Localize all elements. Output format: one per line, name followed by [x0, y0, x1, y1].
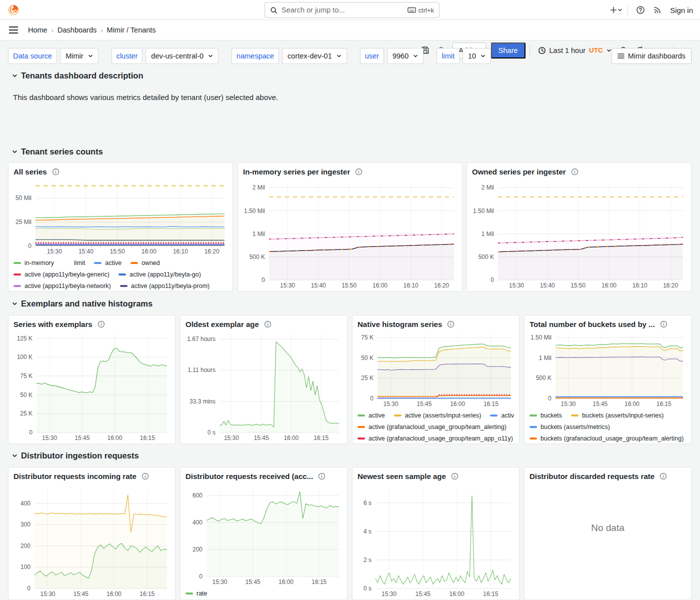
panel-title: Series with exemplars: [14, 320, 92, 328]
timeseries-chart[interactable]: 15:3015:4015:5016:0016:1016:200500 K1 Mi…: [470, 177, 688, 290]
legend-item[interactable]: active (asserts/metrics): [490, 412, 514, 419]
grafana-logo[interactable]: [7, 4, 20, 16]
timeseries-chart[interactable]: 15:3015:4516:0016:15025 K50 K75 K100 K12…: [12, 330, 172, 442]
share-button[interactable]: Share: [491, 42, 526, 58]
legend-item[interactable]: in-memory: [14, 260, 54, 266]
svg-text:0: 0: [370, 395, 374, 402]
panel-header[interactable]: Series with exemplars: [8, 316, 175, 330]
legend-swatch: [94, 262, 102, 264]
svg-text:1 Mil: 1 Mil: [252, 230, 265, 238]
info-icon[interactable]: [52, 168, 60, 176]
svg-text:15:45: 15:45: [246, 578, 260, 586]
panel-header[interactable]: Owned series per ingester: [467, 163, 691, 177]
timeseries-chart[interactable]: 15:3015:4516:0016:150200400600: [184, 482, 344, 586]
timeseries-chart[interactable]: 15:3015:4516:0016:150 s2 s4 s6 s: [356, 482, 516, 598]
cluster-label: cluster: [112, 48, 143, 64]
info-icon[interactable]: [355, 168, 362, 176]
timeseries-chart[interactable]: 15:3015:4516:0016:150 s33.3 mins1.11 hou…: [184, 330, 344, 442]
legend-item[interactable]: buckets (grafanacloud_usage_group/team_a…: [530, 435, 684, 442]
panel-all-series: All series 15:3015:4015:5016:0016:1016:2…: [8, 162, 233, 292]
timeseries-chart[interactable]: 15:3015:4516:0016:15025 K50 K75 K: [356, 330, 516, 408]
list-icon: [618, 53, 624, 59]
legend-item[interactable]: active (appo11y/beyla-go): [118, 271, 201, 278]
legend-item[interactable]: active (appo11y/beyla-network): [14, 282, 111, 290]
panel-header[interactable]: Oldest exemplar age: [180, 316, 347, 330]
timeseries-chart[interactable]: 15:3015:4516:0016:150500 K1 Mil1.50 Mil: [528, 330, 688, 408]
info-icon[interactable]: [571, 168, 578, 176]
section-distributor[interactable]: Distributor ingestion requests: [12, 451, 139, 460]
info-icon[interactable]: [142, 472, 149, 480]
legend-swatch: [14, 285, 21, 287]
legend-label: buckets (grafanacloud_usage_group/team_a…: [540, 435, 684, 442]
legend-item[interactable]: limit: [63, 260, 85, 266]
cluster-select[interactable]: dev-us-central-0: [146, 48, 218, 64]
legend-label: rate: [196, 590, 208, 597]
panel-header[interactable]: Distributor requests incoming rate: [8, 468, 175, 482]
timeseries-chart[interactable]: 15:3015:4015:5016:0016:1016:200500 K1 Mi…: [241, 177, 459, 290]
panel-distributor-incoming-rate: Distributor requests incoming rate 15:30…: [8, 467, 176, 600]
mimir-dashboards-button[interactable]: Mimir dashboards: [612, 48, 692, 64]
legend-item[interactable]: owned: [130, 260, 160, 266]
panel-header[interactable]: All series: [8, 163, 232, 177]
legend-item[interactable]: buckets (asserts/input-series): [571, 412, 664, 419]
user-select[interactable]: 9960: [387, 48, 424, 64]
panel-header[interactable]: Newest seen sample age: [352, 468, 519, 482]
svg-text:0: 0: [199, 573, 202, 580]
svg-text:50 K: 50 K: [361, 354, 374, 362]
mega-menu-button[interactable]: [6, 22, 21, 38]
legend-item[interactable]: active (appo11y/beyla-prom): [120, 282, 210, 290]
legend-item[interactable]: active (appo11y/beyla-generic): [14, 271, 110, 278]
svg-text:1.11 hours: 1.11 hours: [188, 366, 216, 374]
svg-text:16:00: 16:00: [284, 434, 298, 442]
info-icon[interactable]: [447, 320, 454, 328]
help-button[interactable]: [633, 2, 648, 18]
dashboard-variables: Data source Mimir cluster dev-us-central…: [8, 48, 491, 64]
legend-item[interactable]: active (grafanacloud_usage_group/team_ap…: [358, 435, 513, 442]
sign-in-link[interactable]: Sign in: [670, 6, 693, 14]
panel-header[interactable]: In-memory series per ingester: [238, 163, 462, 177]
legend-item[interactable]: buckets: [530, 412, 562, 419]
legend-swatch: [530, 438, 537, 440]
info-icon[interactable]: [264, 320, 272, 328]
section-series-counts[interactable]: Tenant series counts: [12, 147, 103, 156]
legend-item[interactable]: active (asserts/input-series): [394, 412, 482, 419]
legend-item[interactable]: rate: [186, 590, 208, 597]
panel-header[interactable]: Native histogram series: [352, 316, 519, 330]
namespace-select[interactable]: cortex-dev-01: [282, 48, 347, 64]
panel-header[interactable]: Total number of buckets used by ...: [524, 316, 691, 330]
datasource-select[interactable]: Mimir: [60, 48, 98, 64]
info-icon[interactable]: [98, 320, 105, 328]
timeseries-chart[interactable]: 15:3015:4015:5016:0016:1016:20025 Mil50 …: [12, 177, 230, 256]
svg-text:16:15: 16:15: [140, 434, 155, 442]
info-icon[interactable]: [318, 472, 326, 480]
search-placeholder: Search or jump to...: [282, 6, 404, 14]
legend-item[interactable]: active: [94, 260, 122, 266]
section-description[interactable]: Tenants dashboard description: [12, 71, 143, 80]
panel-header[interactable]: Distributor discarded requests rate: [524, 468, 691, 482]
panel-newest-sample-age: Newest seen sample age 15:3015:4516:0016…: [352, 467, 520, 600]
search-input[interactable]: Search or jump to... ctrl+k: [264, 2, 440, 18]
info-icon[interactable]: [660, 320, 668, 328]
news-button[interactable]: [650, 2, 665, 18]
legend-item[interactable]: buckets (asserts/metrics): [530, 424, 610, 430]
svg-text:1.50 Mil: 1.50 Mil: [244, 208, 265, 214]
breadcrumb-dashboards[interactable]: Dashboards: [58, 26, 96, 34]
svg-text:15:30: 15:30: [280, 282, 295, 289]
limit-select[interactable]: 10: [462, 48, 491, 64]
legend-swatch: [130, 262, 138, 264]
info-icon[interactable]: [451, 472, 458, 480]
breadcrumb-home[interactable]: Home: [28, 26, 48, 34]
divider: [530, 45, 530, 56]
timeseries-chart[interactable]: 15:3015:4516:0016:150100200300400: [12, 482, 172, 598]
info-icon[interactable]: [660, 472, 667, 480]
svg-text:1.50 Mil: 1.50 Mil: [473, 208, 494, 214]
panel-header[interactable]: Distributor requests received (acc...: [180, 468, 347, 482]
svg-text:300: 300: [20, 521, 30, 528]
legend-item[interactable]: active: [358, 412, 385, 419]
new-menu-button[interactable]: [610, 6, 622, 14]
chevron-down-icon: [12, 301, 18, 306]
time-range-picker[interactable]: Last 1 hour UTC: [534, 42, 616, 58]
legend-item[interactable]: active (grafanacloud_usage_group/team_al…: [358, 424, 506, 430]
section-exemplars[interactable]: Exemplars and native histograms: [12, 299, 152, 308]
chart-legend: rate: [180, 586, 347, 599]
